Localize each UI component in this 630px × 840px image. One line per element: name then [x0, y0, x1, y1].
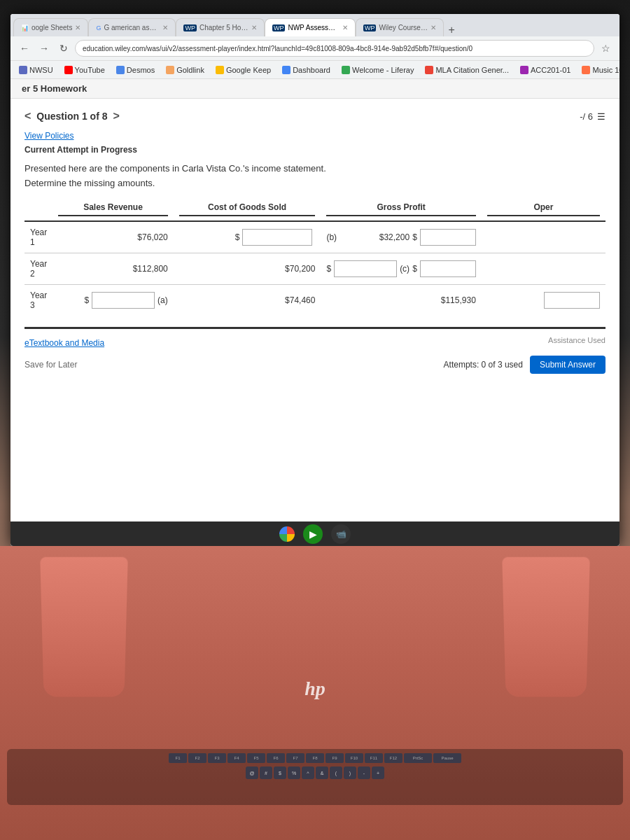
tab-close-icon[interactable]: ✕ — [342, 24, 348, 31]
bookmark-google-keep[interactable]: Google Keep — [213, 64, 274, 76]
bookmark-welcome-liferay[interactable]: Welcome - Liferay — [339, 64, 416, 76]
close-paren-key[interactable]: ) — [344, 766, 356, 779]
prev-question-button[interactable]: < — [24, 110, 31, 122]
etextbook-link[interactable]: eTextbook and Media — [24, 338, 104, 348]
at-key[interactable]: @ — [246, 766, 258, 779]
table-row: Year 3 $ (a) $74,460 — [24, 285, 606, 316]
bookmark-mla[interactable]: MLA Citation Gener... — [422, 64, 512, 76]
fn-key-row: F1 F2 F3 F4 F5 F6 F7 F8 F9 F10 F11 F12 P… — [10, 752, 620, 764]
f5-key[interactable]: F5 — [247, 753, 265, 763]
year2-gross-label: (c) — [400, 264, 410, 274]
bookmark-music[interactable]: Music 101-06 — [579, 64, 620, 76]
tab-close-icon[interactable]: ✕ — [430, 24, 436, 31]
url-input[interactable] — [75, 40, 594, 57]
bookmark-youtube[interactable]: YouTube — [62, 64, 108, 76]
bookmark-star[interactable]: ☆ — [597, 40, 614, 57]
f7-key[interactable]: F7 — [286, 753, 304, 763]
col-sales-header: Sales Revenue — [52, 198, 174, 221]
tab-oogle-sheets[interactable]: 📊 oogle Sheets ✕ — [13, 18, 88, 36]
reload-button[interactable]: ↻ — [55, 40, 72, 57]
question-nav: < Question 1 of 8 > — [24, 110, 120, 122]
year2-cogs-cell: $70,200 — [174, 253, 321, 285]
menu-icon[interactable]: ☰ — [597, 111, 606, 122]
tab-close-icon[interactable]: ✕ — [251, 24, 257, 31]
f1-key[interactable]: F1 — [169, 753, 187, 763]
submit-answer-button[interactable]: Submit Answer — [530, 356, 606, 374]
dashboard-icon — [282, 66, 290, 74]
question-header: < Question 1 of 8 > -/ 6 ☰ — [24, 110, 606, 122]
tab-close-icon[interactable]: ✕ — [75, 24, 80, 31]
year1-gross-label: (b) — [326, 232, 337, 242]
acc201-icon — [520, 66, 528, 74]
nwsu-icon — [19, 66, 27, 74]
minus-key[interactable]: - — [358, 766, 370, 779]
f10-key[interactable]: F10 — [345, 753, 363, 763]
stand-leg-left — [40, 557, 127, 697]
laptop-keyboard-area: hp F1 F2 F3 F4 F5 F6 F7 F8 F9 F10 F11 F1… — [0, 546, 630, 840]
bookmark-goldlink[interactable]: Goldlink — [163, 64, 207, 76]
open-paren-key[interactable]: ( — [330, 766, 342, 779]
chrome-taskbar-icon[interactable] — [279, 526, 295, 542]
tab-close-icon[interactable]: ✕ — [162, 24, 168, 31]
year-3-label: Year 3 — [24, 285, 52, 316]
browser-chrome: 📊 oogle Sheets ✕ G G american associatio… — [10, 14, 620, 79]
f11-key[interactable]: F11 — [365, 753, 383, 763]
year2-oper-input[interactable] — [420, 260, 476, 277]
year2-gross-input[interactable] — [334, 260, 397, 277]
bookmark-dashboard[interactable]: Dashboard — [279, 64, 333, 76]
tab-wiley[interactable]: WP Wiley Course Resources ✕ — [356, 18, 444, 36]
bookmark-nwsu[interactable]: NWSU — [16, 64, 56, 76]
table-row: Year 2 $112,800 $70,200 — [24, 253, 606, 285]
year3-cogs-cell: $74,460 — [174, 285, 321, 316]
new-tab-button[interactable]: + — [444, 24, 458, 36]
plus-key[interactable]: + — [372, 766, 384, 779]
year1-sales-cell: $76,020 — [52, 221, 174, 253]
year2-sales-value: $112,800 — [133, 264, 168, 274]
tab-chapter5[interactable]: WP Chapter 5 Homework ✕ — [176, 18, 265, 36]
year1-oper-input[interactable] — [420, 229, 476, 246]
forward-button[interactable]: → — [36, 40, 52, 57]
score-value: -/ 6 — [580, 111, 593, 122]
f6-key[interactable]: F6 — [267, 753, 285, 763]
print-screen-key[interactable]: PrtSc — [404, 753, 432, 763]
play-taskbar-icon[interactable]: ▶ — [303, 524, 323, 544]
welcome-icon — [342, 66, 350, 74]
dollar-key[interactable]: $ — [274, 766, 286, 779]
percent-key[interactable]: % — [288, 766, 300, 779]
bookmark-acc201[interactable]: ACC201-01 — [517, 64, 573, 76]
back-button[interactable]: ← — [16, 40, 33, 57]
col-gross-header: Gross Profit — [321, 198, 481, 221]
question-number: Question 1 of 8 — [36, 111, 107, 122]
year3-sales-label: (a) — [158, 295, 168, 305]
tab-american-assoc[interactable]: G G american association of peop... ✕ — [88, 18, 176, 36]
f8-key[interactable]: F8 — [306, 753, 324, 763]
table-row: Year 1 $76,020 $ — [24, 221, 606, 253]
income-table: Sales Revenue Cost of Goods Sold Gross P… — [24, 198, 606, 316]
year3-cogs-value: $74,460 — [285, 295, 315, 305]
f9-key[interactable]: F9 — [326, 753, 344, 763]
page-header: er 5 Homework — [10, 79, 620, 99]
taskbar: ▶ 📹 — [10, 522, 620, 546]
view-policies-link[interactable]: View Policies — [24, 131, 606, 141]
bookmarks-bar: NWSU YouTube Desmos Goldlink Google Keep… — [10, 60, 620, 78]
f12-key[interactable]: F12 — [384, 753, 402, 763]
f3-key[interactable]: F3 — [208, 753, 226, 763]
pause-break-key[interactable]: Pause — [433, 753, 461, 763]
f4-key[interactable]: F4 — [227, 753, 246, 763]
year1-sales-value: $76,020 — [137, 232, 167, 242]
year3-oper-cell — [482, 285, 606, 316]
year3-oper-input[interactable] — [544, 292, 600, 309]
ampersand-key[interactable]: & — [316, 766, 328, 779]
caret-key[interactable]: ^ — [302, 766, 314, 779]
camera-taskbar-icon[interactable]: 📹 — [331, 524, 351, 544]
tab-nwp-assessment[interactable]: WP NWP Assessment Player UI A... ✕ — [265, 18, 356, 36]
left-bottom: eTextbook and Media — [24, 336, 104, 349]
year3-sales-input[interactable] — [92, 292, 155, 309]
bookmark-desmos[interactable]: Desmos — [113, 64, 158, 76]
hash-key[interactable]: # — [260, 766, 272, 779]
next-question-button[interactable]: > — [113, 110, 119, 122]
year2-gross-cell: $ (c) $ — [321, 253, 481, 285]
save-later-link[interactable]: Save for Later — [24, 360, 77, 370]
year1-cogs-input[interactable] — [242, 229, 312, 246]
f2-key[interactable]: F2 — [188, 753, 206, 763]
